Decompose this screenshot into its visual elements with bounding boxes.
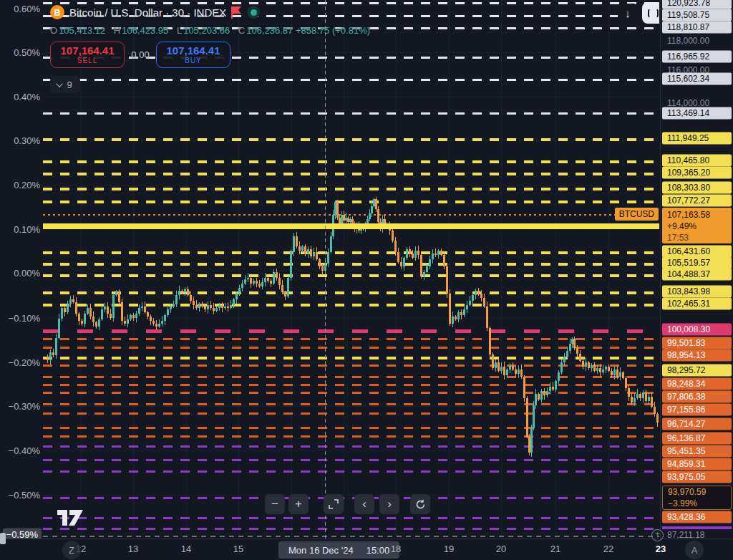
corner-handle	[0, 533, 6, 544]
candle	[58, 319, 60, 338]
percent-axis[interactable]: 0.60%0.50%0.40%0.30%0.20%0.10%0.00%−0.10…	[0, 0, 43, 539]
candle	[426, 266, 428, 272]
time-axis-tick: 23	[656, 544, 666, 554]
percent-axis-label: 0.20%	[14, 180, 40, 190]
spread-value: 0.00	[125, 49, 156, 60]
candle	[190, 295, 192, 301]
price-label-white: 115,602.34	[662, 73, 732, 85]
candle	[75, 302, 77, 314]
level-line-purple	[43, 497, 659, 499]
candle	[566, 351, 568, 357]
reset-icon	[415, 499, 426, 510]
candle	[253, 281, 255, 284]
candle	[64, 308, 66, 312]
price-label-tick: 118,000.00	[662, 35, 732, 47]
candle	[298, 246, 301, 251]
candle	[67, 304, 69, 312]
price-label-orange: 95,451.35	[662, 445, 732, 458]
candle	[466, 305, 468, 309]
axis-zoom-button[interactable]: +	[651, 529, 664, 541]
candle	[492, 354, 494, 368]
candle	[636, 394, 639, 398]
level-line-yellow	[43, 201, 659, 203]
candle	[155, 324, 157, 327]
candle	[150, 317, 152, 321]
candle	[293, 236, 295, 252]
zoom-out-icon: −	[271, 497, 278, 511]
candle	[327, 252, 329, 264]
zoom-in-button[interactable]: +	[288, 494, 309, 514]
scroll-left-button[interactable]: ‹	[354, 494, 374, 514]
time-axis[interactable]: Mon 16 Dec '24 15:00 1213141518192021222…	[0, 539, 733, 560]
candle	[463, 309, 465, 315]
a-button[interactable]: A	[685, 541, 704, 559]
candle	[256, 281, 258, 284]
screenshot-icon	[648, 8, 659, 19]
candle	[506, 370, 508, 375]
candle	[432, 254, 434, 259]
candle	[576, 348, 578, 354]
market-status-icon[interactable]	[247, 6, 260, 19]
candle	[92, 317, 94, 322]
grid-line	[43, 406, 659, 407]
candle	[619, 372, 621, 377]
candle	[569, 344, 571, 351]
candle	[558, 372, 560, 381]
price-axis[interactable]: 120,923.78119,508.75118,810.87118,000.00…	[660, 0, 733, 539]
percent-axis-label: −0.50%	[9, 490, 40, 501]
fullscreen-button[interactable]	[324, 494, 344, 514]
candle	[622, 372, 624, 378]
time-axis-tick: 20	[496, 544, 506, 554]
candle	[215, 308, 218, 311]
candle	[104, 306, 106, 309]
price-label-yellow: 105,519.57	[662, 257, 732, 269]
candle	[611, 371, 613, 375]
symbol-title[interactable]: Bitcoin / U.S. Dollar · 30 · INDEX	[69, 6, 226, 19]
candle	[281, 285, 283, 292]
candle	[204, 306, 206, 309]
level-line-yellow	[43, 160, 659, 163]
buy-button[interactable]: 107,164.41 BUY	[156, 42, 230, 68]
candle	[264, 278, 266, 282]
percent-axis-label: −0.30%	[9, 401, 40, 412]
trading-chart-window: BTCUSD B Bitcoin / U.S. Dollar · 30 · IN…	[0, 0, 733, 560]
price-label-yellow: 107,772.27	[662, 195, 732, 207]
z-order-button[interactable]: Z	[62, 541, 81, 559]
reset-chart-button[interactable]	[410, 494, 430, 514]
candle	[555, 381, 557, 390]
chart-pane[interactable]: BTCUSD B Bitcoin / U.S. Dollar · 30 · IN…	[43, 0, 659, 539]
candle	[276, 272, 278, 278]
candle	[261, 282, 263, 286]
close-value: 106,236.87	[246, 25, 293, 36]
candle	[403, 258, 405, 266]
candle	[651, 397, 653, 407]
candle	[475, 291, 477, 295]
candle	[483, 298, 485, 306]
candle	[414, 251, 417, 258]
candle	[244, 279, 246, 284]
flag-icon[interactable]	[231, 6, 242, 19]
price-label-alert[interactable]: 93,970.59−3.99%	[662, 486, 732, 510]
sell-button[interactable]: 107,164.41 SELL	[50, 42, 125, 68]
screenshot-button[interactable]	[642, 2, 659, 24]
candle	[406, 249, 408, 258]
candle	[164, 315, 166, 321]
download-button[interactable]: ↓	[618, 4, 638, 23]
price-label-current: 107,163.58+9.49%17:53	[662, 208, 732, 243]
candle	[147, 312, 149, 317]
countdown-selector[interactable]: 9	[50, 76, 80, 93]
scroll-right-button[interactable]: ›	[379, 494, 399, 514]
tradingview-logo[interactable]	[57, 510, 83, 528]
level-line-yellow	[43, 274, 659, 277]
candle	[118, 292, 120, 302]
candle	[181, 291, 183, 292]
chevron-down-icon	[57, 80, 64, 87]
candle	[236, 294, 238, 299]
candle	[423, 272, 425, 276]
candle	[530, 428, 533, 453]
candle	[321, 266, 324, 271]
zoom-out-button[interactable]: −	[265, 494, 285, 514]
percent-axis-label: 0.40%	[14, 92, 40, 102]
btcusd-series-label: BTCUSD	[615, 208, 659, 221]
price-label-white: 118,810.87	[662, 21, 732, 34]
